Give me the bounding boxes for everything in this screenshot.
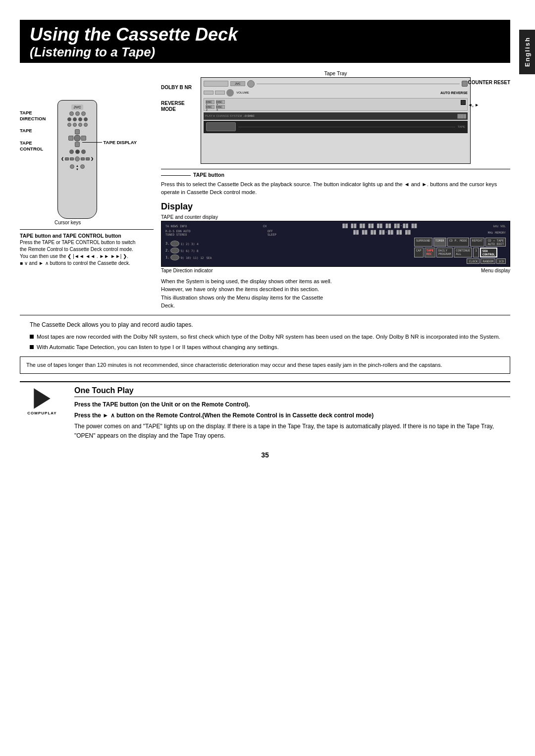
- english-tab: English: [519, 30, 535, 74]
- unit-box: JVC VOLUME AUTO REVERSE: [201, 77, 471, 164]
- compu-play-text: COMPUPLAY: [27, 411, 56, 415]
- bullet-square-2: [30, 345, 34, 349]
- remote-control: JVC: [57, 100, 97, 219]
- tape-direction-label: TAPEDIRECTION: [20, 110, 54, 122]
- instruction-1: Press the TAPE button (on the Unit or on…: [74, 400, 510, 409]
- main-content: TAPEDIRECTION TAPE TAPECONTROL JVC: [20, 63, 510, 474]
- right-column: Tape Tray DOLBY B NR REVERSEMODE JVC: [161, 70, 510, 310]
- description-section: The Cassette Deck allows you to play and…: [20, 320, 510, 352]
- tape-control-line-3: You can then use the ❮ |◄◄ ◄◄ . ►► ►►| ❯…: [20, 253, 154, 260]
- bullet-text-2: With Automatic Tape Detection, you can l…: [37, 343, 279, 352]
- one-touch-content: One Touch Play Press the TAPE button (on…: [74, 386, 510, 441]
- one-touch-instructions: Press the TAPE button (on the Unit or on…: [74, 400, 510, 441]
- display-section: Display TAPE and counter display TA NEWS…: [161, 202, 510, 310]
- arrow-symbols: ◄, ►: [468, 102, 510, 107]
- main-description: The Cassette Deck allows you to play and…: [30, 320, 510, 330]
- bullet-text-1: Most tapes are now recorded with the Dol…: [37, 333, 500, 341]
- counter-reset-label: COUNTER RESET: [468, 80, 510, 85]
- tape-control-line-2: the Remote Control to Cassette Deck cont…: [20, 246, 154, 253]
- compu-play-logo: COMPUPLAY: [20, 386, 64, 415]
- tape-control-line-4: ■ ∨ and ► ∧ buttons to control the Casse…: [20, 260, 154, 267]
- bullet-square-1: [30, 335, 34, 339]
- tape-control-label: TAPECONTROL: [20, 140, 54, 152]
- tape-button-header: TAPE button: [161, 172, 510, 178]
- tape-button-desc: Press this to select the Cassette Deck a…: [161, 180, 510, 197]
- reverse-mode-label: REVERSEMODE: [161, 101, 192, 112]
- when-used-text: When the System is being used, the displ…: [161, 277, 510, 310]
- tape-counter-display-label: TAPE and counter display: [161, 214, 510, 220]
- dolby-b-nr-label: DOLBY B NR: [161, 85, 192, 91]
- english-tab-label: English: [524, 37, 531, 67]
- tape-label-remote: TAPE: [20, 128, 54, 134]
- page-header: Using the Cassette Deck (Listening to a …: [20, 20, 510, 63]
- cursor-keys-label: Cursor keys: [54, 220, 154, 225]
- tape-display-label: TAPE DISPLAY: [103, 140, 137, 145]
- display-title: Display: [161, 202, 510, 212]
- instruction-3: The power comes on and "TAPE" lights up …: [74, 422, 510, 441]
- section-divider: [20, 315, 510, 315]
- tape-button-label: TAPE button: [193, 172, 224, 178]
- unit-diagram-area: DOLBY B NR REVERSEMODE JVC: [161, 77, 510, 164]
- bullet-1: Most tapes are now recorded with the Dol…: [30, 333, 510, 341]
- compu-play-svg: [30, 386, 54, 411]
- tape-control-line-1: Press the TAPE or TAPE CONTROL button to…: [20, 239, 154, 246]
- tape-button-section: TAPE button Press this to select the Cas…: [161, 169, 510, 197]
- tape-tray-label: Tape Tray: [161, 70, 510, 76]
- page-title: Using the Cassette Deck: [30, 25, 500, 45]
- diagram-section: TAPEDIRECTION TAPE TAPECONTROL JVC: [20, 70, 510, 310]
- unit-right-labels: COUNTER RESET ◄, ►: [468, 80, 510, 107]
- left-column: TAPEDIRECTION TAPE TAPECONTROL JVC: [20, 70, 154, 310]
- display-bottom-labels: Tape Direction indicator Menu display: [161, 268, 510, 273]
- play-triangle-icon: [34, 388, 50, 409]
- page-number: 35: [20, 451, 510, 469]
- unit-left-labels: DOLBY B NR REVERSEMODE: [161, 85, 192, 112]
- warning-box: The use of tapes longer than 120 minutes…: [20, 356, 510, 374]
- menu-display-label: Menu display: [481, 268, 510, 273]
- warning-text: The use of tapes longer than 120 minutes…: [26, 362, 442, 368]
- one-touch-section: COMPUPLAY One Touch Play Press the TAPE …: [20, 381, 510, 441]
- bullet-2: With Automatic Tape Detection, you can l…: [30, 343, 510, 352]
- remote-caption: TAPE button and TAPE CONTROL button Pres…: [20, 229, 154, 267]
- instruction-2: Press the ► ∧ button on the Remote Contr…: [74, 411, 510, 420]
- display-diagram: TA NEWS INFO CH ▓▓ ▓▓ ▓▓ ▓▓ ▓▓ ▓▓ ▓▓·▓▓ …: [161, 221, 510, 267]
- one-touch-title: One Touch Play: [74, 386, 510, 397]
- tape-control-caption-title: TAPE button and TAPE CONTROL button: [20, 232, 154, 240]
- page-subtitle: (Listening to a Tape): [30, 45, 500, 60]
- tape-direction-indicator-label: Tape Direction indicator: [161, 268, 213, 273]
